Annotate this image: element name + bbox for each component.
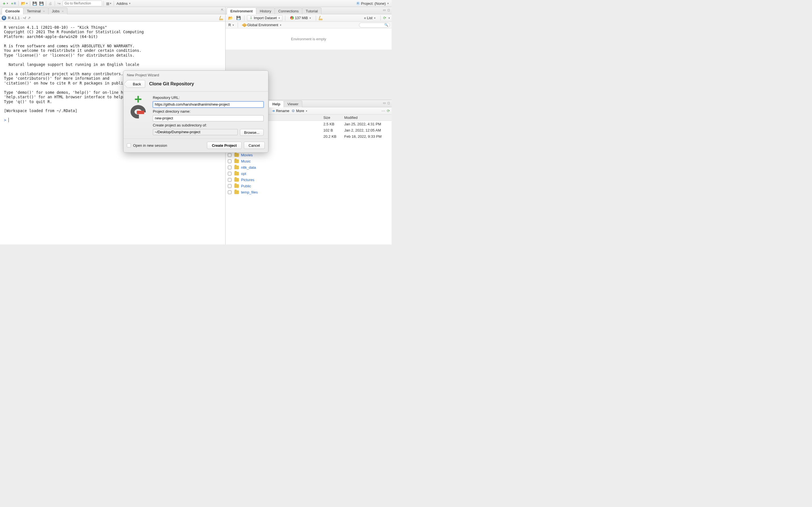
scope-label: Global Environment (247, 23, 278, 27)
env-tabs: Environment History Connections Tutorial… (225, 7, 392, 14)
import-dataset-button[interactable]: ⇩ Import Dataset ▾ (247, 15, 283, 21)
project-dir-input[interactable] (153, 115, 264, 121)
new-file-button[interactable]: ＋▾ (1, 1, 9, 6)
rename-button[interactable]: ➜ Rename (272, 109, 289, 113)
close-icon[interactable]: × (43, 10, 45, 13)
close-icon[interactable]: × (62, 10, 63, 13)
popout-icon[interactable]: ⇗ (28, 16, 31, 20)
memory-usage-button[interactable]: 137 MiB ▾ (288, 15, 313, 21)
file-name[interactable]: nltk_data (241, 165, 323, 170)
file-row[interactable]: temp_files (225, 189, 392, 195)
console-toolbar: R R 4.1.1 · ~/ ⇗ (0, 14, 225, 22)
size-header[interactable]: Size (323, 116, 344, 120)
file-name[interactable]: Movies (241, 153, 323, 157)
save-all-button[interactable]: 💾 (38, 1, 45, 6)
tab-history[interactable]: History (256, 8, 274, 14)
repo-url-label: Repository URL: (153, 96, 264, 100)
file-size: 20.2 KB (323, 134, 344, 138)
tab-label: Console (5, 9, 20, 13)
open-file-button[interactable]: 📂▾ (20, 1, 29, 6)
load-workspace-button[interactable]: 📂 (227, 15, 234, 21)
folder-icon (234, 190, 239, 194)
folder-icon (234, 153, 239, 157)
file-row[interactable]: Movies (225, 152, 392, 158)
memory-label: 137 MiB (295, 16, 308, 20)
tab-viewer[interactable]: Viewer (284, 101, 302, 107)
file-checkbox[interactable] (228, 166, 232, 169)
save-workspace-button[interactable]: 💾 (236, 15, 242, 21)
minimize-pane-icon[interactable]: ▭ (383, 8, 386, 12)
tab-terminal[interactable]: Terminal× (23, 8, 49, 14)
goto-input[interactable] (63, 1, 102, 6)
file-row[interactable]: Music (225, 158, 392, 164)
tab-label: Jobs (52, 9, 59, 13)
env-empty-message: Environment is empty (225, 29, 392, 50)
tab-tutorial[interactable]: Tutorial (302, 8, 321, 14)
cancel-button[interactable]: Cancel (244, 142, 265, 149)
tab-help[interactable]: Help (269, 101, 284, 107)
file-checkbox[interactable] (228, 153, 232, 157)
folder-icon (234, 166, 239, 169)
tab-environment[interactable]: Environment (227, 8, 256, 14)
file-row[interactable]: nltk_data (225, 164, 392, 170)
tab-label: Help (272, 102, 280, 106)
back-button[interactable]: Back (127, 80, 145, 88)
more-button[interactable]: ⚙ More ▾ (292, 109, 307, 113)
file-checkbox[interactable] (228, 190, 232, 194)
tab-jobs[interactable]: Jobs× (48, 8, 67, 14)
repo-url-input[interactable] (153, 101, 264, 108)
file-name[interactable]: Public (241, 184, 323, 188)
folder-icon (234, 172, 239, 175)
refresh-icon[interactable]: ⟳ (383, 16, 386, 20)
project-menu[interactable]: R Project: (None) ▾ (356, 1, 391, 6)
create-project-button[interactable]: Create Project (207, 142, 241, 149)
file-name[interactable]: opt (241, 172, 323, 176)
new-project-button[interactable]: ＋R (10, 1, 17, 6)
tab-connections[interactable]: Connections (274, 8, 302, 14)
console-header-text: R 4.1.1 · ~/ (8, 16, 26, 20)
browse-button[interactable]: Browse... (240, 129, 264, 136)
clear-env-icon[interactable] (319, 16, 323, 20)
file-checkbox[interactable] (228, 184, 232, 188)
ellipsis-icon[interactable]: ⋯ (382, 109, 385, 113)
maximize-pane-icon[interactable]: ◻ (388, 101, 390, 105)
separator (46, 1, 46, 6)
folder-icon (234, 184, 239, 188)
maximize-pane-icon[interactable]: ◻ (388, 8, 390, 12)
env-scope-bar: R▾ Global Environment ▾ 🔍 (225, 22, 392, 29)
tab-label: Terminal (27, 9, 41, 13)
arrow-right-icon: ➜ (272, 109, 275, 113)
file-modified: Jan 25, 2022, 4:31 PM (344, 122, 392, 126)
separator (103, 1, 104, 6)
file-name[interactable]: temp_files (241, 190, 323, 194)
language-selector[interactable]: R▾ (227, 22, 235, 28)
maximize-pane-icon[interactable]: ⇱ (221, 8, 223, 12)
file-name[interactable]: Music (241, 159, 323, 163)
file-row[interactable]: Pictures (225, 177, 392, 183)
tab-console[interactable]: Console (2, 8, 23, 14)
console-text: R version 4.1.1 (2021-08-10) -- "Kick Th… (4, 25, 144, 113)
print-button[interactable]: 🖨 (48, 1, 53, 6)
minimize-pane-icon[interactable]: ▭ (383, 101, 386, 105)
r-label: R (229, 23, 231, 27)
file-modified: Feb 18, 2022, 9:33 PM (344, 134, 392, 138)
file-name[interactable]: Pictures (241, 178, 323, 182)
modified-header[interactable]: Modified (344, 116, 392, 120)
addins-menu[interactable]: Addins▾ (115, 1, 132, 6)
folder-icon (234, 178, 239, 182)
tab-label: Connections (278, 9, 299, 13)
open-new-session-checkbox[interactable] (127, 144, 131, 147)
file-checkbox[interactable] (228, 172, 232, 175)
clear-console-icon[interactable] (219, 16, 223, 20)
file-row[interactable]: opt (225, 170, 392, 177)
refresh-files-icon[interactable]: ⟳ (387, 109, 390, 113)
save-button[interactable]: 💾 (32, 1, 38, 6)
file-checkbox[interactable] (228, 159, 232, 163)
browse-label: Browse... (244, 130, 259, 135)
panes-button[interactable]: ▦▾ (105, 1, 112, 6)
scope-selector[interactable]: Global Environment ▾ (241, 22, 284, 28)
subdir-input[interactable] (153, 129, 238, 135)
view-mode-button[interactable]: ≡ List ▾ (362, 15, 378, 21)
file-row[interactable]: Public (225, 183, 392, 189)
file-checkbox[interactable] (228, 178, 232, 182)
